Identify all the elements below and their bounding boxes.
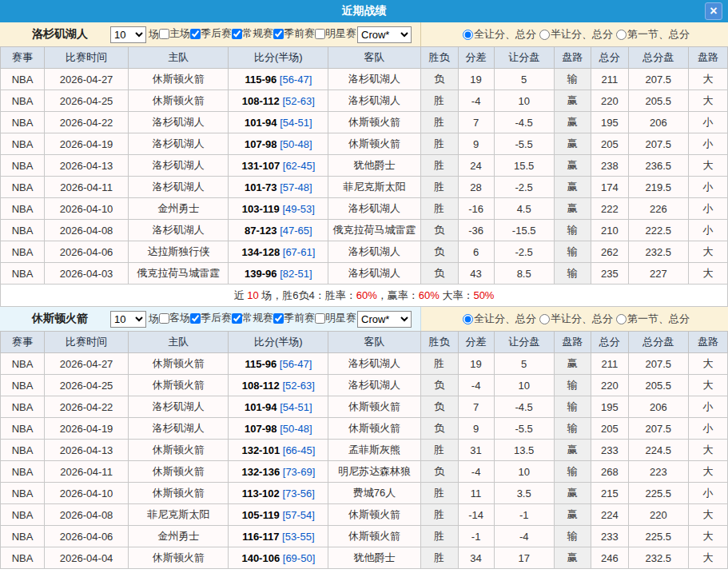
radio-input[interactable]	[463, 30, 473, 40]
checkbox-input[interactable]	[159, 313, 169, 324]
filter-checkbox[interactable]: 明星赛	[315, 311, 356, 325]
filter-checkbox[interactable]: 季后赛	[190, 26, 232, 41]
checkbox-input[interactable]	[315, 313, 325, 324]
over-under-cell: 大	[688, 526, 727, 547]
games-count-select[interactable]: 10	[110, 26, 146, 43]
diff-cell: -4	[458, 90, 494, 112]
team-section: 休斯顿火箭 10 场 客场季后赛常规赛季前赛明星赛 Crow* 全让分、总分半让…	[0, 307, 728, 569]
final-score: 115-96	[245, 358, 276, 370]
result-cell: 胜	[420, 526, 458, 547]
checkbox-input[interactable]	[190, 29, 201, 39]
radio-input[interactable]	[539, 314, 550, 324]
table-header-row: 赛事比赛时间主队比分(半场)客队胜负分差让分盘盘路总分总分盘盘路	[1, 332, 728, 353]
total-cell: 220	[591, 375, 628, 396]
filter-checkbox[interactable]: 客场	[159, 311, 190, 325]
score-cell: 132-101 [66-45]	[229, 440, 328, 461]
bookmaker-select[interactable]: Crow*	[357, 311, 412, 328]
away-team-cell: 休斯顿火箭	[328, 112, 420, 133]
checkbox-input[interactable]	[315, 29, 325, 39]
date-cell: 2026-04-19	[45, 133, 129, 155]
away-team-cell: 休斯顿火箭	[328, 504, 420, 526]
filter-checkbox[interactable]: 常规赛	[232, 311, 273, 325]
date-cell: 2026-04-04	[45, 547, 129, 569]
game-row: NBA2026-04-22洛杉矶湖人101-94 [54-51]休斯顿火箭胜7-…	[1, 112, 728, 133]
checkbox-input[interactable]	[232, 29, 242, 39]
date-cell: 2026-04-13	[45, 155, 129, 177]
odds-type-radio[interactable]: 全让分、总分	[459, 27, 536, 42]
result-cell: 胜	[420, 440, 458, 461]
diff-cell: 24	[458, 155, 494, 177]
score-cell: 107-98 [50-48]	[229, 418, 328, 440]
score-cell: 101-94 [54-51]	[229, 112, 328, 133]
game-row: NBA2026-04-19洛杉矶湖人107-98 [50-48]休斯顿火箭胜9-…	[1, 133, 728, 155]
result-cell: 负	[420, 396, 458, 418]
radio-input[interactable]	[539, 30, 550, 40]
total-cell: 238	[591, 155, 628, 177]
score-cell: 115-96 [56-47]	[229, 353, 328, 375]
column-header: 让分盘	[494, 332, 554, 353]
filter-checkbox[interactable]: 季前赛	[273, 26, 315, 41]
total-cell: 235	[591, 263, 628, 285]
odds-type-radio[interactable]: 第一节、总分	[613, 27, 690, 42]
column-header: 赛事	[1, 332, 45, 353]
filter-checkbox[interactable]: 主场	[159, 26, 190, 41]
checkbox-label: 季前赛	[284, 311, 315, 325]
handicap-cell: 3.5	[494, 483, 554, 504]
league-cell: NBA	[1, 198, 45, 220]
handicap-cell: -2.5	[494, 241, 554, 263]
odds-type-radio[interactable]: 全让分、总分	[459, 312, 536, 326]
radio-input[interactable]	[616, 314, 627, 324]
handicap-cell: -1	[494, 504, 554, 526]
games-count-select[interactable]: 10	[110, 311, 146, 328]
checkbox-input[interactable]	[159, 29, 169, 39]
recent-results-dialog: 近期战绩 × 洛杉矶湖人 10 场 主场季后赛常规赛季前赛明星赛 Crow* 全…	[0, 0, 728, 581]
odds-type-radio[interactable]: 半让分、总分	[536, 27, 613, 42]
home-team-cell: 洛杉矶湖人	[129, 177, 229, 198]
diff-cell: -1	[458, 526, 494, 547]
away-team-cell: 洛杉矶湖人	[328, 375, 420, 396]
league-cell: NBA	[1, 375, 45, 396]
checkbox-input[interactable]	[273, 29, 284, 39]
radio-label: 半让分、总分	[551, 27, 613, 42]
column-header: 总分	[591, 332, 628, 353]
date-cell: 2026-04-13	[45, 440, 129, 461]
final-score: 107-98	[245, 423, 276, 435]
league-cell: NBA	[1, 90, 45, 112]
score-cell: 101-94 [54-51]	[229, 396, 328, 418]
close-button[interactable]: ×	[705, 2, 722, 20]
league-cell: NBA	[1, 133, 45, 155]
home-team-cell: 金州勇士	[129, 526, 229, 547]
total-cell: 215	[591, 483, 628, 504]
total-line-cell: 206	[628, 396, 688, 418]
handicap-result-cell: 输	[554, 241, 591, 263]
filter-checkbox[interactable]: 季前赛	[273, 311, 315, 325]
game-row: NBA2026-04-13洛杉矶湖人131-107 [62-45]犹他爵士胜24…	[1, 155, 728, 177]
filter-checkbox[interactable]: 季后赛	[190, 311, 232, 325]
sections-container: 洛杉矶湖人 10 场 主场季后赛常规赛季前赛明星赛 Crow* 全让分、总分半让…	[0, 22, 728, 569]
bookmaker-select[interactable]: Crow*	[357, 26, 412, 43]
total-line-cell: 226	[628, 198, 688, 220]
odds-type-radio[interactable]: 第一节、总分	[613, 312, 690, 326]
away-team-cell: 费城76人	[328, 483, 420, 504]
checkbox-input[interactable]	[273, 313, 284, 324]
column-header: 总分盘	[628, 332, 688, 353]
team-name: 休斯顿火箭	[32, 312, 88, 326]
result-cell: 胜	[420, 177, 458, 198]
checkbox-input[interactable]	[190, 313, 201, 324]
radio-input[interactable]	[616, 30, 627, 40]
total-line-cell: 222.5	[628, 220, 688, 241]
home-team-cell: 达拉斯独行侠	[129, 241, 229, 263]
total-cell: 246	[591, 547, 628, 569]
score-cell: 115-96 [56-47]	[229, 69, 328, 90]
over-under-cell: 小	[688, 198, 727, 220]
away-team-cell: 休斯顿火箭	[328, 526, 420, 547]
date-cell: 2026-04-03	[45, 263, 129, 285]
halftime-score: [73-69]	[283, 466, 315, 478]
checkbox-input[interactable]	[232, 313, 242, 324]
radio-input[interactable]	[463, 314, 473, 324]
filter-checkbox[interactable]: 明星赛	[315, 26, 356, 41]
odds-type-radio[interactable]: 半让分、总分	[536, 312, 613, 326]
column-header: 比赛时间	[45, 332, 129, 353]
filter-checkbox[interactable]: 常规赛	[232, 26, 273, 41]
score-cell: 134-128 [67-61]	[229, 241, 328, 263]
